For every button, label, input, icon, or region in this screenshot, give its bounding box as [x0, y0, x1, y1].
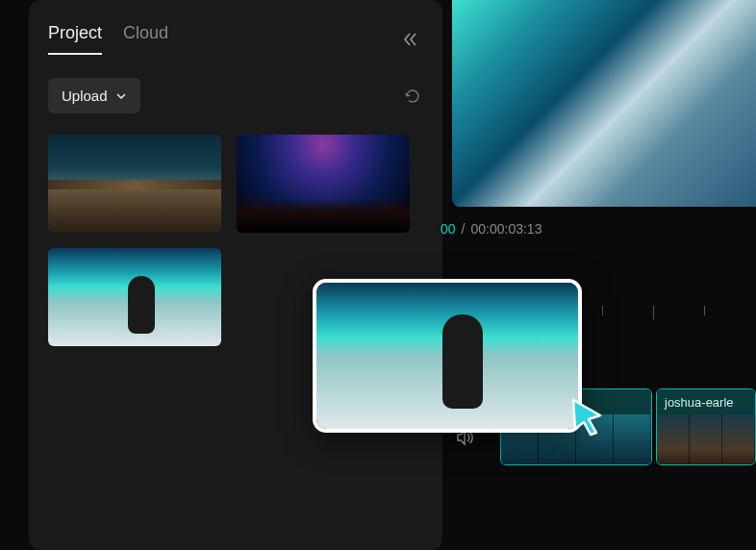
dragging-media-thumb[interactable]: [313, 279, 582, 433]
tab-cloud[interactable]: Cloud: [123, 23, 168, 55]
media-panel: Project Cloud Upload: [29, 0, 442, 550]
timecode-display: 00 / 00:00:03:13: [441, 221, 542, 237]
chevron-down-icon: [115, 90, 127, 102]
upload-button[interactable]: Upload: [48, 78, 140, 113]
timecode-separator: /: [462, 221, 466, 237]
tab-project[interactable]: Project: [48, 23, 102, 55]
timecode-total: 00:00:03:13: [470, 221, 542, 237]
clip-label: joshua-earle: [665, 395, 734, 410]
collapse-panel-button[interactable]: [398, 27, 423, 52]
preview-image: [452, 0, 756, 207]
preview-viewport: [452, 0, 756, 207]
upload-row: Upload: [48, 78, 423, 113]
refresh-button[interactable]: [402, 86, 423, 107]
timecode-current: 00: [441, 221, 456, 237]
media-thumb[interactable]: [48, 135, 221, 233]
upload-label: Upload: [62, 88, 108, 104]
media-thumb[interactable]: [48, 248, 221, 346]
cursor-icon: [567, 396, 608, 437]
media-thumb[interactable]: [237, 135, 410, 233]
timeline-clip[interactable]: joshua-earle: [656, 388, 756, 465]
panel-tabs: Project Cloud: [48, 23, 423, 55]
